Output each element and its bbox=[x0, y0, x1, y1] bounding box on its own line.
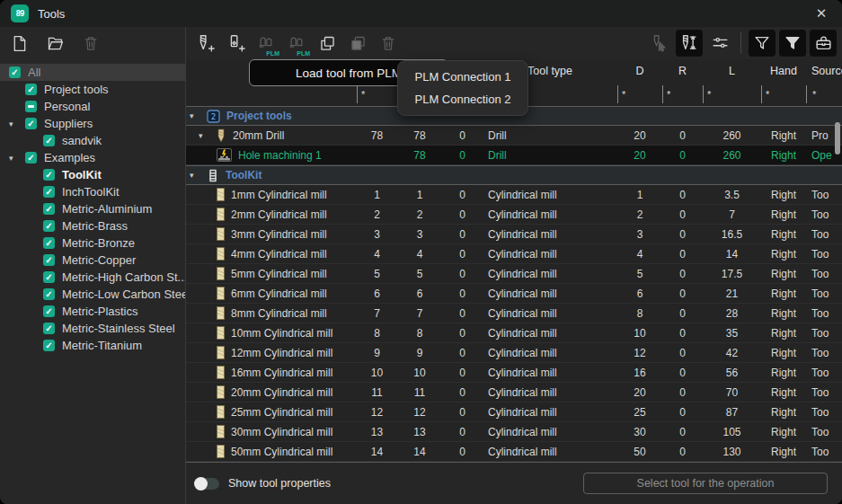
new-library-button[interactable] bbox=[5, 30, 32, 57]
expander-icon[interactable]: ▾ bbox=[9, 154, 25, 163]
table-row[interactable]: 25mm Cylindrical mill 12 12 0 Cylindrica… bbox=[186, 402, 842, 422]
sidebar-item-inchtoolkit[interactable]: InchToolKit bbox=[0, 183, 185, 200]
table-row[interactable]: 6mm Cylindrical mill 6 6 0 Cylindrical m… bbox=[186, 284, 842, 304]
header-l[interactable]: L bbox=[703, 65, 761, 77]
tree-item-label: Project tools bbox=[44, 83, 109, 96]
filter-d[interactable]: * bbox=[617, 85, 662, 103]
sidebar-item-project-tools[interactable]: Project tools bbox=[0, 81, 185, 98]
table-row[interactable]: 10mm Cylindrical mill 8 8 0 Cylindrical … bbox=[186, 323, 842, 343]
delete-button[interactable] bbox=[375, 30, 402, 57]
tool-name-cell: 25mm Cylindrical mill bbox=[186, 405, 357, 419]
filter-r[interactable]: * bbox=[662, 85, 703, 103]
sidebar-item-metric-brass[interactable]: Metric-Brass bbox=[0, 217, 185, 234]
sidebar-item-personal[interactable]: Personal bbox=[0, 98, 185, 115]
checkbox-icon[interactable] bbox=[43, 237, 55, 249]
sidebar-item-metric-stainless-steel[interactable]: Metric-Stainless Steel bbox=[0, 320, 185, 337]
sidebar-item-metric-high-carbon-st[interactable]: Metric-High Carbon St... bbox=[0, 269, 185, 286]
sidebar-item-metric-copper[interactable]: Metric-Copper bbox=[0, 252, 185, 269]
mill-tool-icon bbox=[217, 385, 225, 399]
filter-num1[interactable]: * bbox=[357, 85, 397, 103]
header-r[interactable]: R bbox=[662, 65, 703, 77]
checkbox-icon[interactable] bbox=[43, 254, 55, 266]
pick-tool-button[interactable] bbox=[645, 30, 672, 57]
vertical-scrollbar[interactable] bbox=[835, 122, 840, 155]
sidebar-item-sandvik[interactable]: sandvik bbox=[0, 132, 185, 149]
tool-dimensions-button[interactable] bbox=[676, 30, 703, 57]
sidebar-item-metric-aluminium[interactable]: Metric-Aluminium bbox=[0, 200, 185, 217]
table-row[interactable]: 4mm Cylindrical mill 4 4 0 Cylindrical m… bbox=[186, 244, 842, 264]
row-expander-icon[interactable]: ▾ bbox=[190, 171, 200, 180]
add-holder-button[interactable] bbox=[222, 30, 249, 57]
table-row[interactable]: 3mm Cylindrical mill 3 3 0 Cylindrical m… bbox=[186, 225, 842, 244]
plm-badge: PLM bbox=[266, 50, 279, 57]
table-row[interactable]: 20mm Cylindrical mill 11 11 0 Cylindrica… bbox=[186, 383, 842, 402]
checkbox-icon[interactable] bbox=[25, 101, 37, 112]
load-tool-from-plm-button[interactable]: PLM bbox=[253, 30, 279, 57]
filter-source[interactable]: * bbox=[806, 85, 842, 103]
table-row[interactable]: 50mm Cylindrical mill 14 14 0 Cylindrica… bbox=[186, 442, 842, 462]
checkbox-icon[interactable] bbox=[25, 152, 37, 164]
checkbox-icon[interactable] bbox=[43, 340, 55, 351]
copy-button[interactable] bbox=[314, 30, 341, 57]
select-tool-button[interactable]: Select tool for the operation bbox=[583, 473, 828, 494]
row-expander-icon[interactable]: ▾ bbox=[190, 111, 200, 120]
checkbox-icon[interactable] bbox=[43, 288, 55, 300]
source-cell: Too bbox=[806, 228, 842, 241]
header-source[interactable]: Source bbox=[806, 65, 842, 77]
paste-button[interactable] bbox=[344, 30, 371, 57]
tool-name: 25mm Cylindrical mill bbox=[231, 406, 332, 419]
filter-button[interactable] bbox=[749, 30, 776, 57]
num2-cell: 6 bbox=[397, 287, 442, 300]
table-row[interactable]: 16mm Cylindrical mill 10 10 0 Cylindrica… bbox=[186, 363, 842, 383]
checkbox-icon[interactable] bbox=[25, 118, 37, 129]
checkbox-icon[interactable] bbox=[43, 271, 55, 283]
checkbox-icon[interactable] bbox=[25, 84, 37, 95]
filter-active-button[interactable] bbox=[779, 30, 806, 57]
filter-name[interactable] bbox=[186, 85, 357, 103]
menu-item-plm-connection-1[interactable]: PLM Connection 1 bbox=[398, 66, 527, 88]
table-row[interactable]: 2mm Cylindrical mill 2 2 0 Cylindrical m… bbox=[186, 205, 842, 225]
table-row[interactable]: 8mm Cylindrical mill 7 7 0 Cylindrical m… bbox=[186, 304, 842, 323]
load-assembly-from-plm-button[interactable]: PLM bbox=[283, 30, 310, 57]
checkbox-icon[interactable] bbox=[43, 203, 55, 215]
header-d[interactable]: D bbox=[617, 65, 662, 77]
checkbox-icon[interactable] bbox=[43, 305, 55, 317]
add-mill-tool-button[interactable] bbox=[191, 30, 218, 57]
table-row[interactable]: ▾ ToolKit bbox=[186, 165, 842, 185]
checkbox-icon[interactable] bbox=[43, 186, 55, 198]
sidebar-item-metric-low-carbon-steel[interactable]: Metric-Low Carbon Steel bbox=[0, 286, 185, 303]
menu-item-plm-connection-2[interactable]: PLM Connection 2 bbox=[398, 88, 527, 111]
sidebar-item-suppliers[interactable]: ▾ Suppliers bbox=[0, 115, 185, 132]
sliders-icon bbox=[710, 33, 731, 53]
sidebar-item-metric-plastics[interactable]: Metric-Plastics bbox=[0, 303, 185, 320]
sidebar-item-metric-bronze[interactable]: Metric-Bronze bbox=[0, 234, 185, 252]
table-row[interactable]: Hole machining 1 78 0 Drill 20 0 260 Rig… bbox=[186, 146, 842, 165]
checkbox-icon[interactable] bbox=[43, 220, 55, 232]
show-tool-properties-toggle[interactable] bbox=[195, 478, 219, 490]
open-library-button[interactable] bbox=[41, 30, 68, 57]
table-row[interactable]: ▾ 20mm Drill 78 78 0 Drill 20 0 260 Righ… bbox=[186, 126, 842, 146]
sidebar-item-examples[interactable]: ▾ Examples bbox=[0, 149, 185, 166]
new-document-icon bbox=[10, 34, 29, 53]
sidebar-item-metric-titanium[interactable]: Metric-Titanium bbox=[0, 337, 185, 354]
view-options-button[interactable] bbox=[706, 30, 733, 57]
header-hand[interactable]: Hand bbox=[761, 65, 806, 77]
close-icon[interactable]: ✕ bbox=[811, 4, 831, 23]
toolbox-button[interactable] bbox=[810, 30, 837, 57]
table-row[interactable]: 30mm Cylindrical mill 13 13 0 Cylindrica… bbox=[186, 422, 842, 442]
table-row[interactable]: 12mm Cylindrical mill 9 9 0 Cylindrical … bbox=[186, 343, 842, 363]
delete-library-button[interactable] bbox=[77, 30, 104, 57]
expander-icon[interactable]: ▾ bbox=[9, 119, 25, 128]
checkbox-icon[interactable] bbox=[43, 323, 55, 334]
checkbox-icon[interactable] bbox=[43, 169, 55, 181]
table-row[interactable]: 5mm Cylindrical mill 5 5 0 Cylindrical m… bbox=[186, 264, 842, 284]
sidebar-item-all[interactable]: All bbox=[0, 64, 185, 81]
filter-hand[interactable]: * bbox=[761, 85, 806, 103]
filter-l[interactable]: * bbox=[703, 85, 761, 103]
checkbox-icon[interactable] bbox=[43, 135, 55, 146]
checkbox-icon[interactable] bbox=[9, 66, 21, 78]
sidebar-item-toolkit[interactable]: ToolKit bbox=[0, 166, 185, 183]
row-expander-icon[interactable]: ▾ bbox=[199, 131, 209, 140]
source-cell: Too bbox=[806, 327, 842, 340]
table-row[interactable]: 1mm Cylindrical mill 1 1 0 Cylindrical m… bbox=[186, 185, 842, 205]
